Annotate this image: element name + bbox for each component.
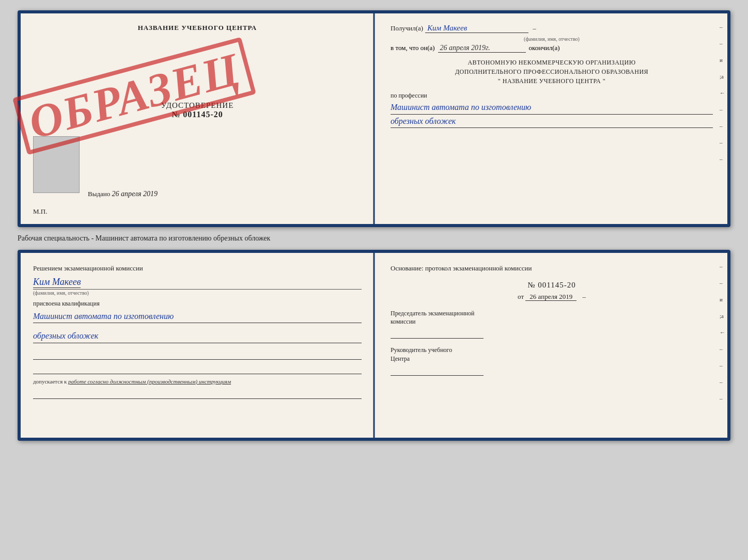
vydano-section: Выдано 26 апреля 2019	[88, 190, 158, 198]
org-block: АВТОНОМНУЮ НЕКОММЕРЧЕСКУЮ ОРГАНИЗАЦИЮ ДО…	[391, 58, 713, 86]
lower-qual-line1: Машинист автомата по изготовлению	[33, 310, 362, 324]
vydano-date: 26 апреля 2019	[112, 190, 158, 198]
side-mark-1: –	[720, 24, 725, 30]
основание-label: Основание: протокол экзаменационной коми…	[391, 263, 713, 274]
lower-name: Ким Макеев	[33, 277, 81, 288]
sample-stamp-text: ОБРАЗЕЦ	[12, 37, 256, 155]
от-label: от	[518, 293, 524, 300]
lower-side-mark-arrow: ←	[720, 329, 725, 335]
руководитель-signline	[391, 366, 484, 376]
допускается-section: допускается к работе согласно должностны…	[33, 378, 362, 385]
side-mark-4: –	[720, 123, 725, 129]
specialty-line: Рабочая специальность - Машинист автомат…	[18, 232, 730, 245]
blank-line-3	[33, 389, 362, 399]
side-mark-2: –	[720, 40, 725, 46]
в-том-label: в том, что он(а)	[391, 44, 435, 52]
получил-name: Ким Макеев	[425, 24, 528, 33]
lower-left-page: Решением экзаменационной комиссии Ким Ма…	[21, 253, 374, 438]
cert-title: НАЗВАНИЕ УЧЕБНОГО ЦЕНТРА	[138, 24, 257, 32]
получил-row: Получил(а) Ким Макеев –	[391, 24, 713, 33]
dash1: –	[533, 24, 536, 33]
присвоена-label: присвоена квалификация	[33, 300, 362, 308]
lower-side-mark-4: –	[720, 362, 725, 369]
lower-side-mark-6: –	[720, 395, 725, 402]
получил-label: Получил(а)	[391, 24, 423, 33]
допускается-prefix: допускается к	[33, 378, 67, 385]
дата-val: 26 апреля 2019г.	[438, 44, 526, 53]
допускается-text: работе согласно должностным (производств…	[68, 378, 231, 385]
side-mark-6: –	[720, 156, 725, 162]
lower-фио-sub: (фамилия, имя, отчество)	[33, 289, 362, 296]
в-том-row: в том, что он(а) 26 апреля 2019г. окончи…	[391, 44, 713, 53]
руководитель-line2: Центра	[391, 355, 713, 363]
решением-title: Решением экзаменационной комиссии	[33, 263, 362, 274]
vydano-label: Выдано	[88, 190, 110, 198]
фио-sub: (фамилия, имя, отчество)	[391, 36, 713, 42]
org-line2: ДОПОЛНИТЕЛЬНОГО ПРОФЕССИОНАЛЬНОГО ОБРАЗО…	[391, 67, 713, 76]
profession-line2: обрезных обложек	[391, 115, 713, 129]
cert-left-page: НАЗВАНИЕ УЧЕБНОГО ЦЕНТРА ОБРАЗЕЦ УДОСТОВ…	[21, 13, 374, 224]
side-mark-3: –	[720, 106, 725, 113]
document-container: НАЗВАНИЕ УЧЕБНОГО ЦЕНТРА ОБРАЗЕЦ УДОСТОВ…	[18, 10, 730, 441]
lower-right-date: от 26 апреля 2019 –	[391, 293, 713, 301]
lower-side-mark-5: –	[720, 379, 725, 385]
certificate-book-top: НАЗВАНИЕ УЧЕБНОГО ЦЕНТРА ОБРАЗЕЦ УДОСТОВ…	[18, 10, 730, 227]
lower-right-dash-after-date: –	[582, 293, 586, 300]
lower-side-mark-3: –	[720, 346, 725, 352]
side-marks-lower: – – и ;а ← – – – –	[720, 263, 725, 402]
председатель-line1: Председатель экзаменационной	[391, 309, 713, 318]
profession-label: по профессии	[391, 92, 713, 100]
profession-line1: Машинист автомата по изготовлению	[391, 101, 713, 115]
председатель-label: Председатель экзаменационной комиссии	[391, 309, 713, 327]
org-line1: АВТОНОМНУЮ НЕКОММЕРЧЕСКУЮ ОРГАНИЗАЦИЮ	[391, 58, 713, 67]
side-mark-и: и	[720, 57, 725, 63]
cert-right-page: Получил(а) Ким Макеев – (фамилия, имя, о…	[374, 13, 727, 224]
org-line3: " НАЗВАНИЕ УЧЕБНОГО ЦЕНТРА "	[391, 76, 713, 86]
окончил-label: окончил(а)	[529, 44, 560, 52]
sample-stamp: ОБРАЗЕЦ	[46, 44, 222, 148]
side-marks-top: – – и ;а ← – – – –	[720, 24, 725, 162]
lower-side-mark-2: –	[720, 280, 725, 286]
lower-side-mark-и: и	[720, 296, 725, 302]
lower-side-mark-1: –	[720, 263, 725, 269]
mp-label: М.П.	[33, 207, 47, 216]
side-mark-arrow: ←	[720, 90, 725, 96]
certificate-book-lower: Решением экзаменационной комиссии Ким Ма…	[18, 250, 730, 441]
side-mark-5: –	[720, 139, 725, 146]
председатель-line2: комиссии	[391, 317, 713, 326]
blank-line-2	[33, 364, 362, 374]
lower-right-number: № 001145-20	[391, 281, 713, 290]
руководитель-label: Руководитель учебного Центра	[391, 346, 713, 363]
lower-side-mark-а: ;а	[720, 313, 725, 319]
blank-line-1	[33, 349, 362, 360]
side-mark-а: ;а	[720, 73, 725, 79]
lower-date-val: 26 апреля 2019	[525, 293, 576, 301]
председатель-signline	[391, 329, 484, 339]
lower-right-page: Основание: протокол экзаменационной коми…	[374, 253, 727, 438]
lower-qual-line2: обрезных обложек	[33, 329, 362, 343]
руководитель-line1: Руководитель учебного	[391, 346, 713, 355]
